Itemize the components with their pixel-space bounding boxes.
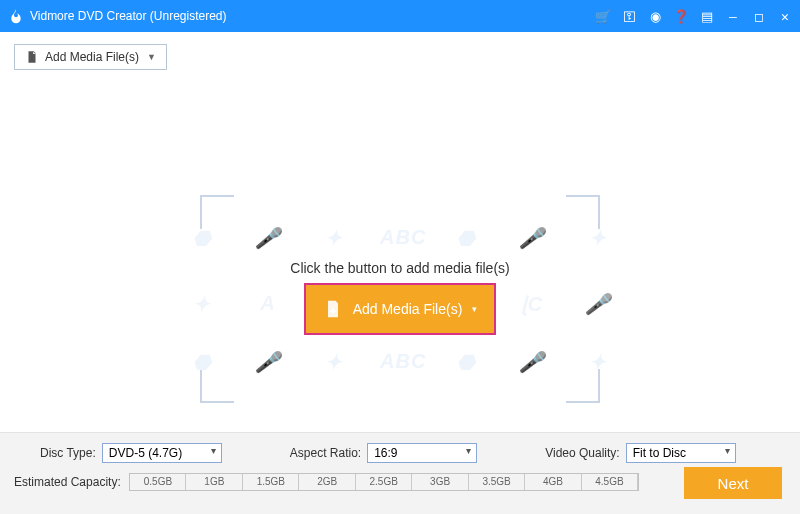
add-media-highlight: Add Media File(s) ▾ [304, 283, 496, 335]
chevron-down-icon: ▾ [472, 304, 477, 314]
next-button[interactable]: Next [684, 467, 782, 499]
capacity-row: Estimated Capacity: 0.5GB 1GB 1.5GB 2GB … [0, 463, 800, 491]
main-area: ⬣🎤✦ABC⬣🎤✦ ✦AɭC🎤 ⬣🎤✦ABC⬣🎤✦ Click the butt… [0, 70, 800, 426]
app-title: Vidmore DVD Creator (Unregistered) [30, 9, 227, 23]
chevron-down-icon: ▼ [147, 52, 156, 62]
close-button[interactable]: ✕ [778, 9, 792, 23]
titlebar: Vidmore DVD Creator (Unregistered) 🛒 ⚿ ◉… [0, 0, 800, 32]
key-icon[interactable]: ⚿ [622, 9, 636, 23]
video-quality-label: Video Quality: [545, 446, 620, 460]
add-file-icon [25, 50, 39, 64]
hint-text: Click the button to add media file(s) [0, 260, 800, 276]
capacity-label: Estimated Capacity: [14, 475, 121, 489]
help-icon[interactable]: ❓ [674, 9, 688, 23]
add-media-label-small: Add Media File(s) [45, 50, 139, 64]
next-label: Next [718, 475, 749, 492]
add-media-label: Add Media File(s) [353, 301, 463, 317]
flame-icon [8, 8, 24, 24]
add-file-icon [323, 299, 343, 319]
capacity-bar: 0.5GB 1GB 1.5GB 2GB 2.5GB 3GB 3.5GB 4GB … [129, 473, 639, 491]
aspect-ratio-label: Aspect Ratio: [290, 446, 361, 460]
titlebar-icons: 🛒 ⚿ ◉ ❓ ▤ — □ ✕ [596, 9, 792, 23]
app-logo: Vidmore DVD Creator (Unregistered) [8, 8, 227, 24]
cart-icon[interactable]: 🛒 [596, 9, 610, 23]
add-media-button-small[interactable]: Add Media File(s) ▼ [14, 44, 167, 70]
capacity-ticks: 0.5GB 1GB 1.5GB 2GB 2.5GB 3GB 3.5GB 4GB … [130, 476, 638, 487]
menu-icon[interactable]: ▤ [700, 9, 714, 23]
add-media-button[interactable]: Add Media File(s) ▾ [306, 285, 494, 333]
disc-type-select[interactable]: DVD-5 (4.7G) [102, 443, 222, 463]
settings-row: Disc Type: DVD-5 (4.7G) Aspect Ratio: 16… [0, 433, 800, 463]
video-quality-select[interactable]: Fit to Disc [626, 443, 736, 463]
maximize-button[interactable]: □ [752, 9, 766, 23]
bottom-bar: Disc Type: DVD-5 (4.7G) Aspect Ratio: 16… [0, 432, 800, 514]
disc-icon[interactable]: ◉ [648, 9, 662, 23]
minimize-button[interactable]: — [726, 9, 740, 23]
toolbar: Add Media File(s) ▼ [0, 32, 800, 70]
disc-type-label: Disc Type: [40, 446, 96, 460]
aspect-ratio-select[interactable]: 16:9 [367, 443, 477, 463]
